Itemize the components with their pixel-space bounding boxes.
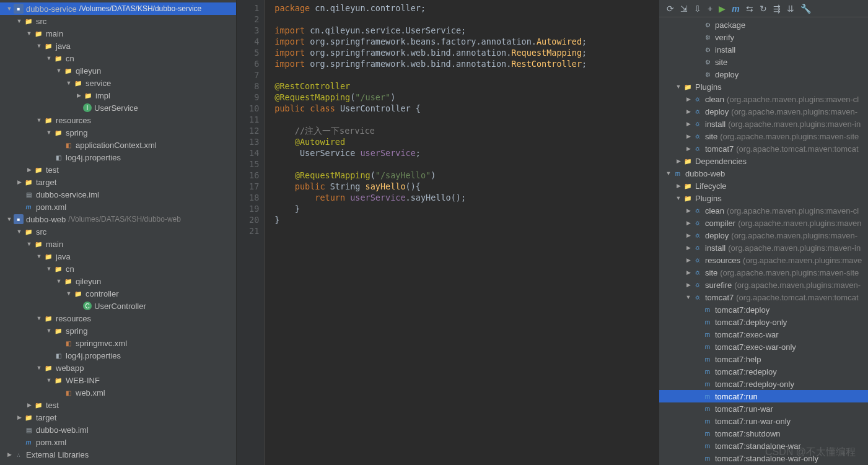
maven-tree-item[interactable]: 📁Dependencies (659, 155, 868, 167)
tree-arrow-icon[interactable] (25, 241, 33, 247)
project-tree-item[interactable]: 📁target (0, 411, 236, 424)
maven-tree-item[interactable]: ⛭compiler(org.apache.maven.plugins:maven (659, 217, 868, 229)
project-tree-item[interactable]: 📁java (0, 40, 236, 52)
project-tree-item[interactable]: ▤dubbo-service.iml (0, 188, 236, 201)
project-tree-item[interactable]: 📁resources (0, 312, 236, 324)
maven-tree-item[interactable]: ⛭surefire(org.apache.maven.plugins:maven… (659, 279, 868, 291)
maven-tree-item[interactable]: mtomcat7:run (659, 390, 868, 402)
maven-tree-item[interactable]: 📁Plugins (659, 80, 868, 93)
tree-arrow-icon[interactable] (674, 183, 683, 189)
project-tree-item[interactable]: ◧applicationContext.xml (0, 139, 236, 151)
tree-arrow-icon[interactable] (684, 207, 693, 214)
tree-arrow-icon[interactable] (25, 30, 33, 37)
project-tree-item[interactable]: 📁main (0, 27, 236, 40)
project-tree-item[interactable]: CUserController (0, 300, 236, 312)
project-tree-item[interactable]: 📁cn (0, 52, 236, 64)
tree-arrow-icon[interactable] (674, 158, 683, 164)
project-tree-item[interactable]: ■dubbo-service/Volumes/DATAS/KSH/dubbo-s… (0, 2, 236, 15)
tree-arrow-icon[interactable] (64, 290, 73, 297)
maven-tree-item[interactable]: mtomcat7:run-war (659, 402, 868, 415)
code-line[interactable] (274, 225, 587, 237)
tree-arrow-icon[interactable] (74, 92, 83, 98)
maven-tree-item[interactable]: ⛭deploy(org.apache.maven.plugins:maven- (659, 105, 868, 118)
maven-toolbar-button[interactable]: ⇲ (680, 4, 688, 14)
maven-tree-item[interactable]: ⚙install (659, 43, 868, 56)
tree-arrow-icon[interactable] (684, 108, 693, 115)
tree-arrow-icon[interactable] (684, 282, 693, 288)
maven-toolbar-button[interactable]: ↻ (760, 4, 767, 14)
code-line[interactable]: public String sayHello(){ (274, 181, 587, 192)
tree-arrow-icon[interactable] (684, 96, 693, 102)
code-line[interactable] (274, 14, 587, 25)
project-tree-item[interactable]: 📁test (0, 399, 236, 411)
project-tree-item[interactable]: 📁target (0, 176, 236, 188)
code-line[interactable]: UserService userService; (274, 147, 587, 159)
tree-arrow-icon[interactable] (684, 269, 693, 276)
maven-toolbar-button[interactable]: ⇊ (787, 4, 794, 14)
project-tree-item[interactable]: ⛬External Libraries (0, 448, 236, 461)
tree-arrow-icon[interactable] (45, 129, 53, 136)
code-line[interactable]: import cn.qileyun.service.UserService; (274, 25, 587, 36)
maven-toolbar[interactable]: ⟳⇲⇩+▶m⇆↻⇶⇊🔧 (659, 0, 868, 17)
maven-toolbar-button[interactable]: ▶ (719, 4, 726, 14)
tree-arrow-icon[interactable] (45, 328, 53, 334)
project-tree-item[interactable]: 📁test (0, 163, 236, 176)
maven-tree-item[interactable]: ⚙package (659, 19, 868, 31)
tree-arrow-icon[interactable] (35, 43, 43, 49)
tree-arrow-icon[interactable] (15, 179, 24, 185)
tree-arrow-icon[interactable] (5, 451, 14, 458)
maven-toolbar-button[interactable]: m (732, 4, 739, 14)
maven-tree[interactable]: ⚙package⚙verify⚙install⚙site⚙deploy📁Plug… (659, 17, 868, 465)
maven-toolbar-button[interactable]: ⇩ (694, 4, 701, 14)
tree-arrow-icon[interactable] (35, 365, 43, 371)
tree-arrow-icon[interactable] (55, 67, 63, 74)
tree-arrow-icon[interactable] (15, 414, 24, 420)
project-tree-item[interactable]: mpom.xml (0, 201, 236, 213)
project-tree-item[interactable]: ◧log4j.properties (0, 151, 236, 163)
project-tree-item[interactable]: 📁qileyun (0, 275, 236, 287)
project-tree-item[interactable]: 📁resources (0, 114, 236, 126)
tree-arrow-icon[interactable] (684, 257, 693, 263)
maven-tree-item[interactable]: mtomcat7:exec-war (659, 328, 868, 341)
maven-tree-item[interactable]: ⛭tomcat7(org.apache.tomcat.maven:tomcat (659, 291, 868, 303)
code-line[interactable]: //注入一下service (274, 125, 587, 136)
maven-tree-item[interactable]: ⚙site (659, 56, 868, 68)
code-line[interactable] (274, 159, 587, 170)
maven-panel[interactable]: ⟳⇲⇩+▶m⇆↻⇶⇊🔧 ⚙package⚙verify⚙install⚙site… (659, 0, 868, 465)
maven-tree-item[interactable]: mdubbo-web (659, 167, 868, 180)
project-tree-item[interactable]: 📁service (0, 77, 236, 89)
tree-arrow-icon[interactable] (5, 6, 14, 12)
code-line[interactable] (274, 69, 587, 80)
code-line[interactable]: @RequestMapping("/user") (274, 92, 587, 103)
tree-arrow-icon[interactable] (35, 253, 43, 259)
tree-arrow-icon[interactable] (684, 245, 693, 251)
code-line[interactable]: @Autowired (274, 136, 587, 147)
project-tree-item[interactable]: 📁controller (0, 287, 236, 300)
tree-arrow-icon[interactable] (684, 146, 693, 152)
project-tree-item[interactable]: 📁src (0, 225, 236, 238)
code-line[interactable] (274, 114, 587, 125)
tree-arrow-icon[interactable] (55, 278, 63, 284)
tree-arrow-icon[interactable] (684, 220, 693, 226)
maven-toolbar-button[interactable]: ⇶ (773, 4, 781, 14)
maven-tree-item[interactable]: 📁Lifecycle (659, 180, 868, 192)
code-body[interactable]: package cn.qileyun.controller; import cn… (265, 0, 597, 465)
project-tree-item[interactable]: 📁impl (0, 89, 236, 102)
project-tree-item[interactable]: ■dubbo-web/Volumes/DATAS/KSH/dubbo-web (0, 213, 236, 225)
code-line[interactable]: @RequestMapping("/sayHello") (274, 170, 587, 181)
project-tree-item[interactable]: ◧log4j.properties (0, 349, 236, 362)
maven-tree-item[interactable]: ⛭deploy(org.apache.maven.plugins:maven- (659, 229, 868, 241)
maven-tree-item[interactable]: ⛭clean(org.apache.maven.plugins:maven-cl (659, 93, 868, 105)
maven-toolbar-button[interactable]: ⇆ (746, 4, 753, 14)
maven-tree-item[interactable]: mtomcat7:help (659, 353, 868, 365)
project-tree-item[interactable]: 📁main (0, 238, 236, 250)
project-tree-item[interactable]: ◧springmvc.xml (0, 337, 236, 349)
tree-arrow-icon[interactable] (674, 195, 683, 201)
tree-arrow-icon[interactable] (684, 133, 693, 139)
maven-toolbar-button[interactable]: + (708, 4, 712, 14)
maven-tree-item[interactable]: ⛭clean(org.apache.maven.plugins:maven-cl (659, 204, 868, 217)
maven-tree-item[interactable]: ⛭install(org.apache.maven.plugins:maven-… (659, 241, 868, 254)
tree-arrow-icon[interactable] (664, 170, 673, 176)
code-line[interactable]: package cn.qileyun.controller; (274, 2, 587, 14)
maven-tree-item[interactable]: mtomcat7:shutdown (659, 427, 868, 440)
